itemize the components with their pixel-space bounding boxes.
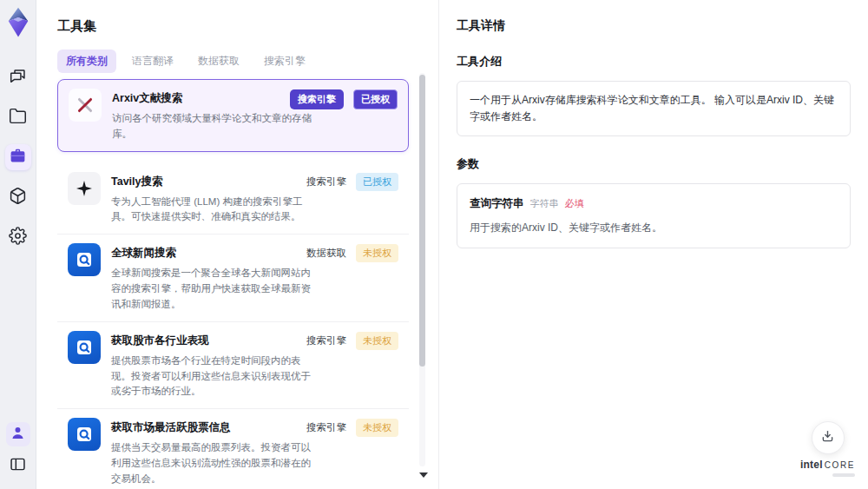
scrollbar-thumb[interactable] [419,75,425,367]
list-scrollbar[interactable] [419,73,425,466]
tool-icon [68,172,101,205]
tool-card[interactable]: 获取股市各行业表现 提供股票市场各个行业在特定时间段内的表现。投资者可以利用这些… [57,322,409,409]
detail-panel-title: 工具详情 [457,18,851,34]
brand-core-text: CORE [825,460,855,470]
auth-status-badge: 未授权 [356,332,398,350]
app-logo-icon [5,8,31,36]
tool-name: 获取市场最活跃股票信息 [111,420,313,435]
tool-card[interactable]: 获取市场最活跃股票信息 提供当天交易量最高的股票列表。投资者可以利用这些信息来识… [57,409,409,489]
tool-meta: 搜索引擎 已授权 [306,173,398,191]
news-app-icon [74,337,95,358]
param-name: 查询字符串 [470,195,524,212]
app-window: 工具集 所有类别 语言翻译 数据获取 搜索引擎 Arxiv文献搜索 访问各个研究… [0,0,868,489]
tool-meta: 搜索引擎 未授权 [306,419,398,437]
tool-name: 全球新闻搜索 [111,246,313,261]
tool-list-panel: 工具集 所有类别 语言翻译 数据获取 搜索引擎 Arxiv文献搜索 访问各个研究… [36,0,438,489]
tool-description: 提供股票市场各个行业在特定时间段内的表现。投资者可以利用这些信息来识别表现优于或… [111,354,313,400]
page-title: 工具集 [57,18,409,35]
sidebar-bottom [5,422,31,479]
tool-card[interactable]: Arxiv文献搜索 访问各个研究领域大量科学论文和文章的存储库。 搜索引擎 已授… [57,79,409,152]
settings-icon [9,227,27,248]
tool-detail-panel: 工具详情 工具介绍 一个用于从Arxiv存储库搜索科学论文和文章的工具。 输入可… [438,0,868,489]
tool-icon [68,418,101,451]
tool-icon [68,243,101,276]
brand-intel-text: intel [800,459,823,471]
param-description: 用于搜索的Arxiv ID、关键字或作者姓名。 [470,220,838,236]
sidebar-nav [5,64,31,250]
params-heading: 参数 [457,156,851,172]
package-icon [9,187,27,208]
brand-underline [832,473,855,477]
auth-status-badge: 已授权 [353,89,398,109]
sidebar-item-settings[interactable] [5,224,31,250]
tool-meta: 搜索引擎 已授权 [290,89,398,109]
tab-label: 搜索引擎 [264,55,306,67]
tab-label: 所有类别 [66,55,108,67]
corner-widgets: intel CORE [800,421,855,477]
intro-heading: 工具介绍 [457,54,851,69]
tool-category-badge: 搜索引擎 [306,334,346,347]
category-tabs: 所有类别 语言翻译 数据获取 搜索引擎 [57,50,409,73]
news-app-icon [74,249,95,270]
sidebar-item-tools[interactable] [5,144,31,170]
download-button[interactable] [812,421,845,454]
scroll-down-arrow-icon[interactable] [419,472,428,478]
param-type: 字符串 [530,196,559,212]
category-tab[interactable]: 搜索引擎 [255,50,314,73]
tool-description: 专为人工智能代理 (LLM) 构建的搜索引擎工具。可快速提供实时、准确和真实的结… [111,195,313,226]
param-required-badge: 必填 [565,196,584,212]
auth-status-badge: 未授权 [356,244,398,262]
params-box: 查询字符串 字符串 必填 用于搜索的Arxiv ID、关键字或作者姓名。 [457,183,851,248]
tavily-star-icon [74,178,95,199]
icon-sidebar [0,0,36,489]
param-item: 查询字符串 字符串 必填 用于搜索的Arxiv ID、关键字或作者姓名。 [470,195,838,236]
news-app-icon [74,424,95,445]
tool-category-badge: 搜索引擎 [290,89,344,109]
chat-icon [9,67,27,89]
tool-description: 访问各个研究领域大量科学论文和文章的存储库。 [112,111,312,142]
panel-toggle-icon [9,455,27,477]
category-tab[interactable]: 所有类别 [57,50,116,73]
tool-category-badge: 搜索引擎 [306,175,346,188]
tool-name: Arxiv文献搜索 [112,91,312,106]
sidebar-item-chat[interactable] [5,64,31,90]
arxiv-logo-icon [75,95,95,116]
category-tab[interactable]: 数据获取 [189,50,248,73]
tool-meta: 搜索引擎 未授权 [306,332,398,350]
user-icon [9,424,27,446]
tool-category-badge: 数据获取 [306,247,346,260]
tool-category-badge: 搜索引擎 [306,421,346,434]
tool-meta: 数据获取 未授权 [306,244,398,262]
auth-status-badge: 未授权 [356,419,398,437]
tool-icon [68,331,101,364]
tab-label: 语言翻译 [132,55,174,67]
param-head: 查询字符串 字符串 必填 [470,195,838,212]
sidebar-item-packages[interactable] [5,184,31,210]
sidebar-item-account[interactable] [6,422,30,446]
toolbox-icon [9,147,27,169]
tab-label: 数据获取 [198,55,240,67]
intel-core-logo: intel CORE [800,459,855,471]
download-icon [819,428,836,448]
category-tab[interactable]: 语言翻译 [123,50,182,73]
folder-icon [9,107,27,129]
tool-list: Arxiv文献搜索 访问各个研究领域大量科学论文和文章的存储库。 搜索引擎 已授… [57,79,409,489]
auth-status-badge: 已授权 [356,173,398,191]
tool-name: Tavily搜索 [111,175,313,189]
tool-description: 提供当天交易量最高的股票列表。投资者可以利用这些信息来识别流动性强的股票和潜在的… [111,440,313,486]
sidebar-item-files[interactable] [5,104,31,130]
sidebar-item-collapse[interactable] [5,453,31,479]
tool-description: 全球新闻搜索是一个聚合全球各大新闻网站内容的搜索引擎，帮助用户快速获取全球最新资… [111,266,313,312]
tool-card[interactable]: 全球新闻搜索 全球新闻搜索是一个聚合全球各大新闻网站内容的搜索引擎，帮助用户快速… [57,235,409,321]
tool-card[interactable]: Tavily搜索 专为人工智能代理 (LLM) 构建的搜索引擎工具。可快速提供实… [57,163,409,235]
tool-icon [69,89,102,122]
tool-intro-text: 一个用于从Arxiv存储库搜索科学论文和文章的工具。 输入可以是Arxiv ID… [457,81,851,136]
tool-name: 获取股市各行业表现 [111,334,313,348]
